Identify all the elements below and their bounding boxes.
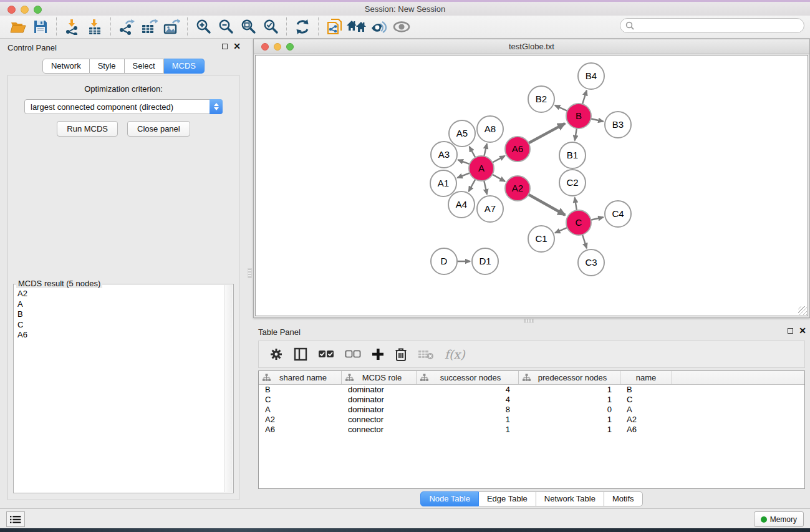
graph-node-C4[interactable]: C4 <box>605 201 631 227</box>
tab-network[interactable]: Network <box>42 59 90 74</box>
table-cell[interactable]: connector <box>342 425 417 435</box>
add-column-icon[interactable] <box>372 348 384 360</box>
tab-select[interactable]: Select <box>125 59 164 74</box>
table-row[interactable]: A6connector11A6 <box>259 425 804 435</box>
graph-node-C[interactable]: C <box>566 210 591 235</box>
float-table-panel-icon[interactable] <box>788 328 793 334</box>
zoom-out-icon[interactable] <box>215 17 237 37</box>
export-network-icon[interactable] <box>115 17 138 37</box>
graph-node-A2[interactable]: A2 <box>505 176 530 201</box>
graph-node-A4[interactable]: A4 <box>448 191 475 218</box>
column-header-shared-name[interactable]: shared name <box>259 371 342 384</box>
graph-node-A5[interactable]: A5 <box>449 120 475 147</box>
column-header-predecessor-nodes[interactable]: predecessor nodes <box>519 371 620 384</box>
table-cell[interactable]: A6 <box>620 425 672 435</box>
import-table-icon[interactable] <box>84 17 106 37</box>
table-cell[interactable]: 1 <box>519 395 620 405</box>
table-cell[interactable]: A6 <box>259 425 342 435</box>
table-cell[interactable]: connector <box>342 415 417 425</box>
zoom-selected-icon[interactable] <box>259 17 282 37</box>
table-cell[interactable]: 4 <box>417 385 519 395</box>
import-network-icon[interactable] <box>61 17 84 37</box>
graph-node-B2[interactable]: B2 <box>528 86 554 112</box>
close-panel-button[interactable]: Close panel <box>127 121 190 137</box>
search-field[interactable] <box>620 18 804 33</box>
open-session-icon[interactable] <box>7 17 29 37</box>
tab-edge-table[interactable]: Edge Table <box>479 491 536 506</box>
apply-layout-icon[interactable] <box>291 17 314 37</box>
table-cell[interactable]: dominator <box>342 385 417 395</box>
gear-icon[interactable] <box>269 347 283 361</box>
show-details-icon[interactable] <box>390 17 413 37</box>
float-panel-icon[interactable] <box>222 44 228 49</box>
tab-style[interactable]: Style <box>90 59 125 74</box>
mcds-result-item[interactable]: A6 <box>17 330 221 341</box>
graph-node-B[interactable]: B <box>566 104 591 128</box>
table-cell[interactable]: dominator <box>342 405 417 415</box>
node-table[interactable]: shared nameMCDS rolesuccessor nodesprede… <box>258 370 805 489</box>
graph-node-A8[interactable]: A8 <box>477 116 503 142</box>
graph-node-B3[interactable]: B3 <box>605 112 631 138</box>
graph-node-B1[interactable]: B1 <box>559 142 586 168</box>
network-graph[interactable]: B4B2BB3A8A5A6A3B1AA1C2A2A4A7C4CC1C3DD1 <box>256 56 809 317</box>
vertical-split-grip[interactable] <box>248 268 252 278</box>
save-session-icon[interactable] <box>29 17 52 37</box>
run-mcds-button[interactable]: Run MCDS <box>57 121 118 137</box>
mcds-result-item[interactable]: A2 <box>17 289 221 299</box>
horizontal-split-grip[interactable] <box>524 319 534 323</box>
table-cell[interactable]: B <box>620 385 672 395</box>
window-resize-grip[interactable] <box>798 306 807 315</box>
mcds-result-item[interactable]: B <box>17 309 221 320</box>
table-cell[interactable]: C <box>620 395 672 405</box>
table-cell[interactable]: A <box>620 405 672 415</box>
table-row[interactable]: A2connector11A2 <box>259 415 804 425</box>
tab-node-table[interactable]: Node Table <box>420 491 479 506</box>
graph-node-B4[interactable]: B4 <box>578 63 604 89</box>
close-panel-icon[interactable]: ✕ <box>233 43 241 49</box>
export-table-icon[interactable] <box>138 17 160 37</box>
column-header-MCDS-role[interactable]: MCDS role <box>342 371 417 384</box>
memory-button[interactable]: Memory <box>754 511 804 527</box>
graph-node-D[interactable]: D <box>431 248 457 274</box>
table-cell[interactable]: 1 <box>417 415 519 425</box>
graph-node-C2[interactable]: C2 <box>559 170 586 196</box>
clone-network-icon[interactable] <box>323 17 345 37</box>
graph-node-A3[interactable]: A3 <box>431 142 457 168</box>
search-input[interactable] <box>637 21 799 31</box>
optimization-criterion-select[interactable]: largest connected component (directed) <box>24 99 223 114</box>
table-cell[interactable]: B <box>259 385 342 395</box>
task-history-button[interactable] <box>6 511 25 527</box>
delete-column-icon[interactable] <box>395 347 407 361</box>
table-cell[interactable]: A2 <box>620 415 672 425</box>
table-cell[interactable]: 1 <box>519 415 620 425</box>
close-table-panel-icon[interactable]: ✕ <box>799 327 806 334</box>
network-canvas[interactable]: B4B2BB3A8A5A6A3B1AA1C2A2A4A7C4CC1C3DD1 <box>255 55 808 316</box>
table-cell[interactable]: 1 <box>417 425 519 435</box>
tab-network-table[interactable]: Network Table <box>536 491 604 506</box>
mcds-result-list[interactable]: A2ABCA6 <box>15 286 223 491</box>
table-cell[interactable]: 8 <box>417 405 519 415</box>
home-icon[interactable] <box>345 17 368 37</box>
table-cell[interactable]: 0 <box>519 405 620 415</box>
table-cell[interactable]: A2 <box>259 415 342 425</box>
tab-mcds[interactable]: MCDS <box>164 59 205 74</box>
column-header-successor-nodes[interactable]: successor nodes <box>417 371 519 384</box>
select-all-icon[interactable] <box>318 349 334 359</box>
graph-node-D1[interactable]: D1 <box>472 248 498 274</box>
mcds-result-item[interactable]: C <box>17 320 221 331</box>
graph-node-C1[interactable]: C1 <box>528 226 554 252</box>
table-cell[interactable]: 1 <box>519 425 620 435</box>
table-cell[interactable]: A <box>259 405 342 415</box>
unselect-all-icon[interactable] <box>345 349 361 359</box>
graph-node-C3[interactable]: C3 <box>578 249 604 276</box>
zoom-in-icon[interactable] <box>192 17 215 37</box>
graph-node-A7[interactable]: A7 <box>477 196 503 222</box>
table-cell[interactable]: C <box>259 395 342 405</box>
graph-node-A1[interactable]: A1 <box>430 170 456 196</box>
hide-details-icon[interactable] <box>368 17 390 37</box>
result-scrollbar[interactable] <box>224 285 233 492</box>
export-image-icon[interactable] <box>160 17 183 37</box>
table-cell[interactable]: dominator <box>342 395 417 405</box>
table-row[interactable]: Adominator80A <box>259 405 804 415</box>
table-row[interactable]: Cdominator41C <box>259 395 804 405</box>
